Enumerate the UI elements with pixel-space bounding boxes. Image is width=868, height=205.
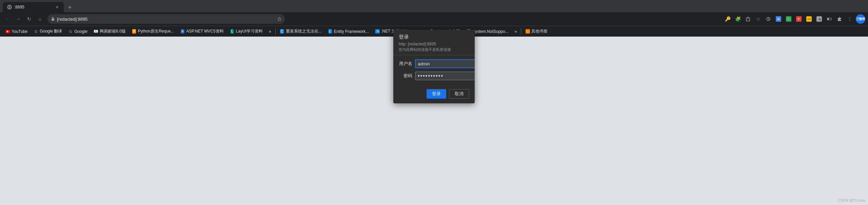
home-btn[interactable]: ⌂ [35,14,45,24]
dotnet-favicon: .N [375,29,380,34]
dialog-url-label: http: [399,42,407,46]
dialog-footer: 登录 取消 [393,88,475,103]
username-row: 用户名 [399,59,469,68]
more-menu-btn[interactable]: ⋮ [845,14,854,24]
163mail-favicon: 📧 [94,29,98,34]
toolbar-icons: 🔑 🧩 ☆ G ✓ P [723,14,865,24]
layui-favicon: L [230,29,235,34]
extensions-puzzle-btn[interactable] [835,14,844,24]
dialog-overlay: 登录 http: [redacted]:8895 您与此网站的连接不是私密连接 … [0,37,868,205]
svg-rect-3 [52,19,54,21]
aspnet-favicon: A [180,29,185,34]
history-icon-btn[interactable] [764,14,773,24]
dialog-title: 登录 [399,34,469,40]
bookmark-google-translate[interactable]: G Google 翻译 [31,27,65,36]
watermark: CSDN @TLucas [838,198,865,202]
dialog-warning: 您与此网站的连接不是私密连接 [399,47,469,52]
share-icon-btn[interactable] [743,14,753,24]
lock-icon [51,17,55,21]
bookmark-google-translate-label: Google 翻译 [40,28,62,34]
login-button[interactable]: 登录 [427,89,446,99]
bookmark-google-label: Google [74,29,87,34]
bookmark-more2[interactable]: » [512,27,520,36]
svg-marker-4 [278,17,281,21]
bookmark-other-label: 其他书签 [531,28,548,34]
ext4-icon-btn[interactable]: v3 [804,14,814,24]
bookmark-youtube[interactable]: YouTube [3,27,30,36]
python-favicon: P [132,29,137,34]
bookmark-youtube-label: YouTube [12,29,27,34]
bookmark-more1-label: » [269,29,271,34]
bookmark-aspnet-label: ASP.NET MVC5资料 [186,28,223,34]
active-tab[interactable]: :8895 ✕ [3,2,64,12]
bookmark-google[interactable]: G Google [65,27,90,36]
username-input[interactable] [415,59,475,68]
youtube-favicon [5,30,10,33]
extensions-icon-btn[interactable]: 🧩 [733,14,743,24]
bookmark-separator2 [521,28,521,35]
back-btn[interactable]: ← [3,14,12,24]
bookmark-163mail-label: 网易邮箱6.0版 [100,28,126,34]
bookmark-chongzhuang[interactable]: C 重装系统之无法在... [277,27,324,36]
dialog-url: http: [redacted]:8895 [399,42,469,46]
bookmark-separator [275,28,276,35]
ext6-icon-btn[interactable] [825,14,834,24]
other-favicon: ☆ [525,29,530,34]
bookmark-python-label: Python原生Reque... [138,28,174,34]
bookmark-163mail[interactable]: 📧 网易邮箱6.0版 [91,27,129,36]
dialog-header: 登录 http: [redacted]:8895 您与此网站的连接不是私密连接 [393,30,475,55]
bookmark-system-not-label: System.NotSuppo... [472,29,509,34]
key-icon-btn[interactable]: 🔑 [723,14,732,24]
bookmark-entity-label: Entity Framework... [334,29,369,34]
google-favicon: G [68,29,73,34]
ext5-icon-btn[interactable]: 🔌 [814,14,824,24]
profile-label: 已暂停 [856,17,865,21]
bookmark-more2-label: » [515,29,517,34]
cancel-button[interactable]: 取消 [449,89,469,99]
bookmark-icon-btn[interactable]: ☆ [753,14,763,24]
new-tab-btn[interactable]: + [65,3,75,12]
ext3-icon-btn[interactable]: P [794,14,804,24]
bookmark-entity[interactable]: E Entity Framework... [325,27,372,36]
username-label: 用户名 [399,61,412,67]
tab-title: :8895 [14,5,52,9]
bookmark-python[interactable]: P Python原生Reque... [129,27,177,36]
tab-close-btn[interactable]: ✕ [54,4,60,10]
password-input[interactable] [415,71,475,80]
login-dialog: 登录 http: [redacted]:8895 您与此网站的连接不是私密连接 … [393,30,475,103]
forward-btn[interactable]: → [14,14,23,24]
dialog-body: 用户名 密码 [393,55,475,88]
svg-rect-7 [827,18,829,20]
dialog-url-value: [redacted]:8895 [408,42,436,46]
password-label: 密码 [399,73,412,79]
entity-favicon: E [328,29,333,34]
bookmark-chongzhuang-label: 重装系统之无法在... [286,28,322,34]
bookmark-more1[interactable]: » [266,27,274,36]
bookmark-layui-label: LayUI学习资料 [236,28,263,34]
bookmark-other[interactable]: ☆ 其他书签 [522,27,550,36]
ext1-icon-btn[interactable]: G [774,14,783,24]
reload-btn[interactable]: ↻ [24,14,34,24]
profile-btn[interactable]: 已暂停 [856,14,865,24]
page-content: 登录 http: [redacted]:8895 您与此网站的连接不是私密连接 … [0,37,868,205]
google-translate-favicon: G [34,29,38,34]
bookmark-aspnet[interactable]: A ASP.NET MVC5资料 [177,27,226,36]
tab-bar: :8895 ✕ + [0,0,868,12]
chongzhuang-favicon: C [280,29,284,34]
bookmark-layui[interactable]: L LayUI学习资料 [227,27,265,36]
ext2-icon-btn[interactable]: ✓ [784,14,793,24]
address-bar[interactable]: [redacted]:8895 [47,14,285,24]
tab-favicon [7,4,12,10]
toolbar: ← → ↻ ⌂ [redacted]:8895 🔑 🧩 ☆ [0,12,868,26]
star-icon[interactable] [277,17,281,21]
address-text: [redacted]:8895 [57,17,275,22]
password-row: 密码 [399,71,469,80]
